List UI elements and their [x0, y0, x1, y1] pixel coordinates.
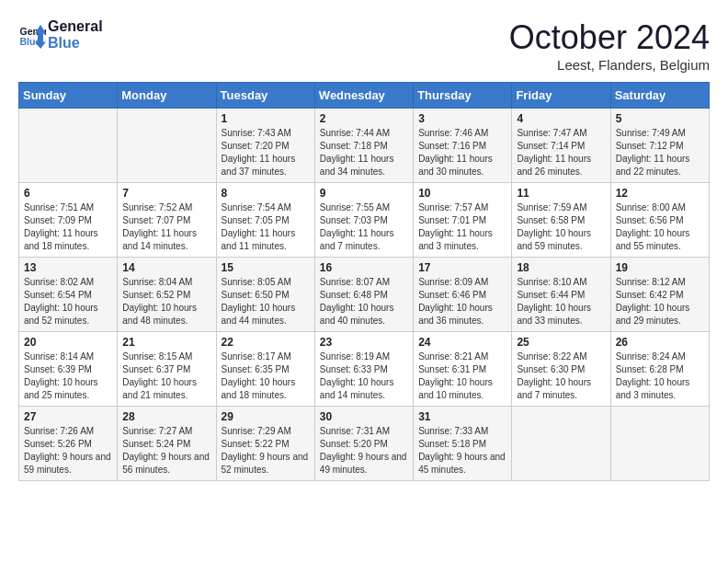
calendar-cell: 3Sunrise: 7:46 AMSunset: 7:16 PMDaylight…: [414, 109, 512, 183]
day-number: 19: [616, 261, 704, 274]
month-title: October 2024: [509, 18, 710, 57]
calendar-cell: 26Sunrise: 8:24 AMSunset: 6:28 PMDayligh…: [610, 332, 709, 407]
calendar-cell: 4Sunrise: 7:47 AMSunset: 7:14 PMDaylight…: [512, 109, 610, 183]
calendar-cell: 17Sunrise: 8:09 AMSunset: 6:46 PMDayligh…: [414, 258, 512, 332]
calendar-cell: 23Sunrise: 8:19 AMSunset: 6:33 PMDayligh…: [314, 332, 413, 407]
day-header-saturday: Saturday: [610, 83, 709, 109]
day-number: 18: [517, 261, 605, 274]
day-number: 6: [24, 187, 112, 200]
day-number: 28: [122, 410, 210, 423]
calendar-cell: 13Sunrise: 8:02 AMSunset: 6:54 PMDayligh…: [19, 258, 118, 332]
day-info: Sunrise: 7:51 AMSunset: 7:09 PMDaylight:…: [24, 201, 112, 253]
calendar-cell: 6Sunrise: 7:51 AMSunset: 7:09 PMDaylight…: [19, 183, 118, 258]
calendar-cell: 30Sunrise: 7:31 AMSunset: 5:20 PMDayligh…: [314, 407, 413, 481]
day-header-sunday: Sunday: [19, 83, 118, 109]
day-number: 20: [24, 336, 112, 349]
logo-icon: General Blue: [18, 21, 46, 49]
day-number: 7: [122, 187, 210, 200]
day-number: 29: [222, 410, 310, 423]
day-number: 25: [517, 336, 605, 349]
day-header-monday: Monday: [118, 83, 216, 109]
calendar-cell: 27Sunrise: 7:26 AMSunset: 5:26 PMDayligh…: [19, 407, 118, 481]
day-number: 13: [24, 261, 112, 274]
calendar-week-row: 20Sunrise: 8:14 AMSunset: 6:39 PMDayligh…: [19, 332, 710, 407]
day-info: Sunrise: 7:59 AMSunset: 6:58 PMDaylight:…: [517, 201, 605, 253]
location-subtitle: Leest, Flanders, Belgium: [509, 57, 710, 73]
calendar-cell: 11Sunrise: 7:59 AMSunset: 6:58 PMDayligh…: [512, 183, 610, 258]
day-info: Sunrise: 8:02 AMSunset: 6:54 PMDaylight:…: [24, 276, 112, 327]
day-number: 16: [320, 261, 408, 274]
day-number: 1: [222, 112, 310, 125]
day-info: Sunrise: 8:12 AMSunset: 6:42 PMDaylight:…: [616, 276, 704, 327]
calendar-header-row: SundayMondayTuesdayWednesdayThursdayFrid…: [19, 83, 710, 109]
logo-line1: General: [48, 18, 103, 34]
logo-line2: Blue: [48, 35, 80, 51]
calendar-cell: 2Sunrise: 7:44 AMSunset: 7:18 PMDaylight…: [314, 109, 413, 183]
calendar-cell: 7Sunrise: 7:52 AMSunset: 7:07 PMDaylight…: [118, 183, 216, 258]
calendar-cell: 21Sunrise: 8:15 AMSunset: 6:37 PMDayligh…: [118, 332, 216, 407]
calendar-cell: 9Sunrise: 7:55 AMSunset: 7:03 PMDaylight…: [314, 183, 413, 258]
calendar-cell: 1Sunrise: 7:43 AMSunset: 7:20 PMDaylight…: [216, 109, 314, 183]
day-number: 14: [122, 261, 210, 274]
calendar-cell: 20Sunrise: 8:14 AMSunset: 6:39 PMDayligh…: [19, 332, 118, 407]
day-info: Sunrise: 8:21 AMSunset: 6:31 PMDaylight:…: [418, 350, 506, 402]
day-number: 21: [122, 336, 210, 349]
day-number: 4: [517, 112, 605, 125]
day-info: Sunrise: 7:26 AMSunset: 5:26 PMDaylight:…: [24, 425, 112, 477]
day-info: Sunrise: 7:54 AMSunset: 7:05 PMDaylight:…: [222, 201, 310, 253]
day-number: 23: [320, 336, 408, 349]
day-number: 30: [320, 410, 408, 423]
day-number: 24: [418, 336, 506, 349]
calendar-cell: 28Sunrise: 7:27 AMSunset: 5:24 PMDayligh…: [118, 407, 216, 481]
calendar-cell: 10Sunrise: 7:57 AMSunset: 7:01 PMDayligh…: [414, 183, 512, 258]
day-info: Sunrise: 7:46 AMSunset: 7:16 PMDaylight:…: [418, 127, 506, 178]
day-info: Sunrise: 8:00 AMSunset: 6:56 PMDaylight:…: [616, 201, 704, 253]
day-number: 5: [616, 112, 704, 125]
calendar-cell: [19, 109, 118, 183]
day-info: Sunrise: 8:05 AMSunset: 6:50 PMDaylight:…: [222, 276, 310, 327]
calendar-cell: 8Sunrise: 7:54 AMSunset: 7:05 PMDaylight…: [216, 183, 314, 258]
day-number: 27: [24, 410, 112, 423]
calendar-week-row: 6Sunrise: 7:51 AMSunset: 7:09 PMDaylight…: [19, 183, 710, 258]
day-number: 2: [320, 112, 408, 125]
day-number: 8: [222, 187, 310, 200]
day-number: 22: [222, 336, 310, 349]
day-info: Sunrise: 7:29 AMSunset: 5:22 PMDaylight:…: [222, 425, 310, 477]
day-info: Sunrise: 7:27 AMSunset: 5:24 PMDaylight:…: [122, 425, 210, 477]
day-info: Sunrise: 8:09 AMSunset: 6:46 PMDaylight:…: [418, 276, 506, 327]
calendar-cell: [118, 109, 216, 183]
day-info: Sunrise: 8:10 AMSunset: 6:44 PMDaylight:…: [517, 276, 605, 327]
day-info: Sunrise: 8:17 AMSunset: 6:35 PMDaylight:…: [222, 350, 310, 402]
day-info: Sunrise: 7:44 AMSunset: 7:18 PMDaylight:…: [320, 127, 408, 178]
day-number: 11: [517, 187, 605, 200]
calendar-week-row: 1Sunrise: 7:43 AMSunset: 7:20 PMDaylight…: [19, 109, 710, 183]
calendar-week-row: 27Sunrise: 7:26 AMSunset: 5:26 PMDayligh…: [19, 407, 710, 481]
day-info: Sunrise: 7:52 AMSunset: 7:07 PMDaylight:…: [122, 201, 210, 253]
day-info: Sunrise: 8:24 AMSunset: 6:28 PMDaylight:…: [616, 350, 704, 402]
calendar-table: SundayMondayTuesdayWednesdayThursdayFrid…: [18, 82, 710, 481]
day-number: 15: [222, 261, 310, 274]
calendar-cell: 16Sunrise: 8:07 AMSunset: 6:48 PMDayligh…: [314, 258, 413, 332]
day-info: Sunrise: 7:57 AMSunset: 7:01 PMDaylight:…: [418, 201, 506, 253]
calendar-cell: 19Sunrise: 8:12 AMSunset: 6:42 PMDayligh…: [610, 258, 709, 332]
title-block: October 2024 Leest, Flanders, Belgium: [509, 18, 710, 73]
calendar-cell: 14Sunrise: 8:04 AMSunset: 6:52 PMDayligh…: [118, 258, 216, 332]
calendar-cell: 25Sunrise: 8:22 AMSunset: 6:30 PMDayligh…: [512, 332, 610, 407]
day-info: Sunrise: 8:07 AMSunset: 6:48 PMDaylight:…: [320, 276, 408, 327]
day-number: 9: [320, 187, 408, 200]
day-header-wednesday: Wednesday: [314, 83, 413, 109]
calendar-cell: [512, 407, 610, 481]
day-number: 3: [418, 112, 506, 125]
calendar-cell: 18Sunrise: 8:10 AMSunset: 6:44 PMDayligh…: [512, 258, 610, 332]
day-info: Sunrise: 8:19 AMSunset: 6:33 PMDaylight:…: [320, 350, 408, 402]
calendar-cell: 15Sunrise: 8:05 AMSunset: 6:50 PMDayligh…: [216, 258, 314, 332]
day-info: Sunrise: 8:22 AMSunset: 6:30 PMDaylight:…: [517, 350, 605, 402]
day-header-friday: Friday: [512, 83, 610, 109]
day-info: Sunrise: 7:55 AMSunset: 7:03 PMDaylight:…: [320, 201, 408, 253]
calendar-cell: 29Sunrise: 7:29 AMSunset: 5:22 PMDayligh…: [216, 407, 314, 481]
day-number: 10: [418, 187, 506, 200]
calendar-cell: [610, 407, 709, 481]
day-header-tuesday: Tuesday: [216, 83, 314, 109]
day-info: Sunrise: 7:43 AMSunset: 7:20 PMDaylight:…: [222, 127, 310, 178]
day-number: 17: [418, 261, 506, 274]
